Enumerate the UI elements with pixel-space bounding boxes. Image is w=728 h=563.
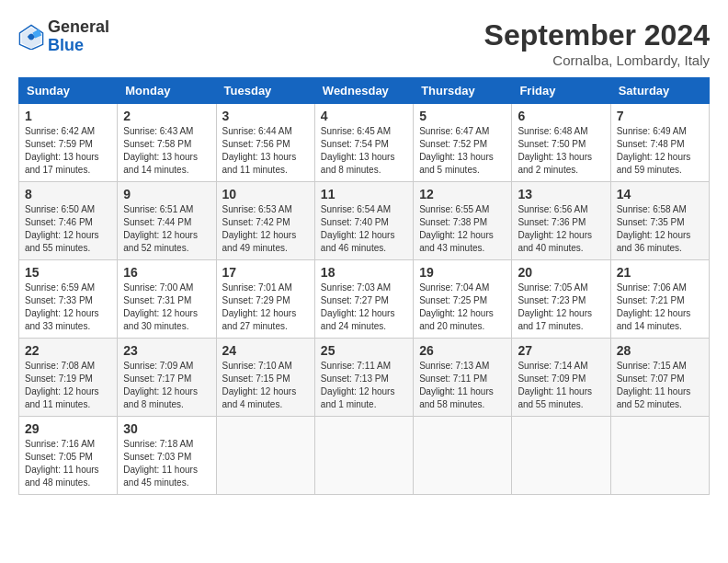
day-number: 2 (123, 109, 210, 123)
calendar-header-thursday: Thursday (414, 78, 512, 104)
location-title: Cornalba, Lombardy, Italy (484, 52, 710, 68)
title-block: September 2024 Cornalba, Lombardy, Italy (484, 18, 710, 68)
logo-blue: Blue (48, 36, 84, 54)
calendar-cell: 11Sunrise: 6:54 AM Sunset: 7:40 PM Dayli… (314, 182, 413, 260)
calendar-cell: 13Sunrise: 6:56 AM Sunset: 7:36 PM Dayli… (512, 182, 610, 260)
day-number: 20 (518, 265, 604, 280)
day-info: Sunrise: 7:04 AM Sunset: 7:25 PM Dayligh… (419, 282, 506, 333)
calendar-header-wednesday: Wednesday (314, 78, 413, 104)
day-number: 7 (617, 109, 703, 123)
calendar-cell: 6Sunrise: 6:48 AM Sunset: 7:50 PM Daylig… (512, 104, 610, 182)
calendar-cell: 14Sunrise: 6:58 AM Sunset: 7:35 PM Dayli… (610, 182, 709, 260)
day-info: Sunrise: 6:50 AM Sunset: 7:46 PM Dayligh… (25, 203, 111, 255)
calendar-cell: 29Sunrise: 7:16 AM Sunset: 7:05 PM Dayli… (19, 417, 118, 495)
day-number: 18 (321, 265, 407, 280)
day-info: Sunrise: 7:16 AM Sunset: 7:05 PM Dayligh… (25, 438, 111, 489)
calendar-cell: 26Sunrise: 7:13 AM Sunset: 7:11 PM Dayli… (414, 339, 512, 417)
calendar-week-4: 22Sunrise: 7:08 AM Sunset: 7:19 PM Dayli… (19, 339, 710, 417)
calendar-cell (414, 417, 512, 495)
day-info: Sunrise: 6:49 AM Sunset: 7:48 PM Dayligh… (617, 125, 703, 177)
day-info: Sunrise: 7:11 AM Sunset: 7:13 PM Dayligh… (321, 360, 407, 411)
calendar-cell (314, 417, 413, 495)
day-info: Sunrise: 6:45 AM Sunset: 7:54 PM Dayligh… (321, 125, 407, 177)
calendar-cell: 20Sunrise: 7:05 AM Sunset: 7:23 PM Dayli… (512, 260, 610, 339)
day-number: 17 (222, 265, 309, 280)
day-info: Sunrise: 7:01 AM Sunset: 7:29 PM Dayligh… (222, 282, 309, 333)
calendar-cell: 23Sunrise: 7:09 AM Sunset: 7:17 PM Dayli… (118, 339, 216, 417)
day-number: 26 (419, 343, 506, 358)
day-info: Sunrise: 7:18 AM Sunset: 7:03 PM Dayligh… (123, 438, 210, 489)
day-number: 13 (518, 187, 604, 201)
day-number: 27 (518, 343, 604, 358)
day-number: 9 (123, 187, 210, 201)
calendar-cell: 10Sunrise: 6:53 AM Sunset: 7:42 PM Dayli… (216, 182, 314, 260)
day-info: Sunrise: 7:10 AM Sunset: 7:15 PM Dayligh… (222, 360, 309, 411)
calendar-cell: 12Sunrise: 6:55 AM Sunset: 7:38 PM Dayli… (414, 182, 512, 260)
day-number: 16 (123, 265, 210, 280)
calendar: SundayMondayTuesdayWednesdayThursdayFrid… (18, 77, 710, 495)
calendar-week-5: 29Sunrise: 7:16 AM Sunset: 7:05 PM Dayli… (19, 417, 710, 495)
day-number: 12 (419, 187, 506, 201)
calendar-cell: 30Sunrise: 7:18 AM Sunset: 7:03 PM Dayli… (118, 417, 216, 495)
logo-general: General (48, 17, 109, 36)
calendar-header-friday: Friday (512, 78, 610, 104)
day-number: 29 (25, 421, 111, 436)
day-info: Sunrise: 7:05 AM Sunset: 7:23 PM Dayligh… (518, 282, 604, 333)
calendar-cell: 8Sunrise: 6:50 AM Sunset: 7:46 PM Daylig… (19, 182, 118, 260)
day-info: Sunrise: 7:14 AM Sunset: 7:09 PM Dayligh… (518, 360, 604, 411)
day-number: 10 (222, 187, 309, 201)
day-number: 5 (419, 109, 506, 123)
day-info: Sunrise: 7:15 AM Sunset: 7:07 PM Dayligh… (617, 360, 703, 411)
calendar-cell: 3Sunrise: 6:44 AM Sunset: 7:56 PM Daylig… (216, 104, 314, 182)
day-number: 21 (617, 265, 703, 280)
day-info: Sunrise: 6:44 AM Sunset: 7:56 PM Dayligh… (222, 125, 309, 177)
calendar-header-sunday: Sunday (19, 78, 118, 104)
calendar-week-3: 15Sunrise: 6:59 AM Sunset: 7:33 PM Dayli… (19, 260, 710, 339)
calendar-header-tuesday: Tuesday (216, 78, 314, 104)
day-number: 6 (518, 109, 604, 123)
day-info: Sunrise: 7:03 AM Sunset: 7:27 PM Dayligh… (321, 282, 407, 333)
day-info: Sunrise: 6:55 AM Sunset: 7:38 PM Dayligh… (419, 203, 506, 255)
day-info: Sunrise: 6:54 AM Sunset: 7:40 PM Dayligh… (321, 203, 407, 255)
day-number: 28 (617, 343, 703, 358)
calendar-cell: 18Sunrise: 7:03 AM Sunset: 7:27 PM Dayli… (314, 260, 413, 339)
calendar-header-monday: Monday (118, 78, 216, 104)
month-title: September 2024 (484, 18, 710, 52)
calendar-cell: 9Sunrise: 6:51 AM Sunset: 7:44 PM Daylig… (118, 182, 216, 260)
day-info: Sunrise: 6:48 AM Sunset: 7:50 PM Dayligh… (518, 125, 604, 177)
day-info: Sunrise: 6:42 AM Sunset: 7:59 PM Dayligh… (25, 125, 111, 177)
day-number: 23 (123, 343, 210, 358)
day-number: 30 (123, 421, 210, 436)
calendar-cell: 4Sunrise: 6:45 AM Sunset: 7:54 PM Daylig… (314, 104, 413, 182)
day-info: Sunrise: 6:53 AM Sunset: 7:42 PM Dayligh… (222, 203, 309, 255)
calendar-cell: 27Sunrise: 7:14 AM Sunset: 7:09 PM Dayli… (512, 339, 610, 417)
calendar-cell: 24Sunrise: 7:10 AM Sunset: 7:15 PM Dayli… (216, 339, 314, 417)
calendar-cell: 17Sunrise: 7:01 AM Sunset: 7:29 PM Dayli… (216, 260, 314, 339)
day-number: 11 (321, 187, 407, 201)
day-number: 4 (321, 109, 407, 123)
day-info: Sunrise: 7:13 AM Sunset: 7:11 PM Dayligh… (419, 360, 506, 411)
day-number: 22 (25, 343, 111, 358)
day-info: Sunrise: 6:47 AM Sunset: 7:52 PM Dayligh… (419, 125, 506, 177)
day-number: 8 (25, 187, 111, 201)
page-header: General Blue September 2024 Cornalba, Lo… (18, 18, 710, 68)
day-number: 14 (617, 187, 703, 201)
day-info: Sunrise: 6:56 AM Sunset: 7:36 PM Dayligh… (518, 203, 604, 255)
logo: General Blue (18, 18, 109, 55)
calendar-cell: 1Sunrise: 6:42 AM Sunset: 7:59 PM Daylig… (19, 104, 118, 182)
calendar-cell: 25Sunrise: 7:11 AM Sunset: 7:13 PM Dayli… (314, 339, 413, 417)
calendar-header-saturday: Saturday (610, 78, 709, 104)
day-number: 24 (222, 343, 309, 358)
calendar-cell: 15Sunrise: 6:59 AM Sunset: 7:33 PM Dayli… (19, 260, 118, 339)
day-number: 25 (321, 343, 407, 358)
logo-text: General Blue (48, 18, 109, 55)
day-info: Sunrise: 7:00 AM Sunset: 7:31 PM Dayligh… (123, 282, 210, 333)
calendar-header-row: SundayMondayTuesdayWednesdayThursdayFrid… (19, 78, 710, 104)
calendar-cell: 7Sunrise: 6:49 AM Sunset: 7:48 PM Daylig… (610, 104, 709, 182)
calendar-cell: 2Sunrise: 6:43 AM Sunset: 7:58 PM Daylig… (118, 104, 216, 182)
calendar-cell (216, 417, 314, 495)
calendar-cell: 16Sunrise: 7:00 AM Sunset: 7:31 PM Dayli… (118, 260, 216, 339)
calendar-week-2: 8Sunrise: 6:50 AM Sunset: 7:46 PM Daylig… (19, 182, 710, 260)
day-info: Sunrise: 7:08 AM Sunset: 7:19 PM Dayligh… (25, 360, 111, 411)
logo-icon (18, 24, 44, 50)
